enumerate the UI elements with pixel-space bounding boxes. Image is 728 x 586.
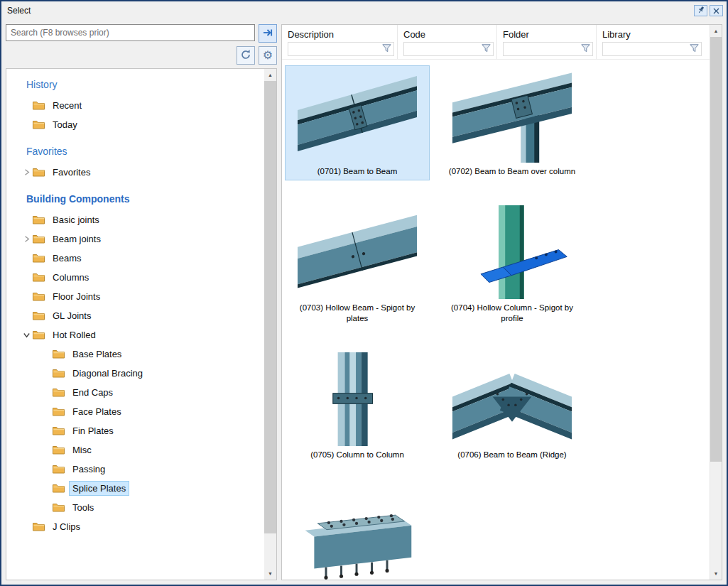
component-card[interactable]: (0705) Column to Column <box>285 349 430 464</box>
catalog-tree-pane: ⚙ HistoryRecentTodayFavoritesFavoritesBu… <box>6 24 277 580</box>
chevron-right-icon[interactable] <box>21 236 33 242</box>
scrollbar-track[interactable] <box>264 81 276 568</box>
column-header-label[interactable]: Code <box>403 28 494 40</box>
scroll-down-icon[interactable]: ▼ <box>710 568 722 580</box>
column-description: Description <box>282 25 398 59</box>
tree-item-label: Passing <box>70 462 108 476</box>
tree-item-label: Hot Rolled <box>50 328 99 342</box>
folder-icon <box>53 445 65 455</box>
filter-cell <box>602 42 702 56</box>
tree-item-base-plates[interactable]: Base Plates <box>21 344 264 364</box>
scroll-up-icon[interactable]: ▲ <box>264 69 276 81</box>
component-card[interactable]: (0703) Hollow Beam - Spigot by plates <box>285 202 430 327</box>
tree-item-floor-joints[interactable]: Floor Joints <box>21 287 264 306</box>
tree-item-beams[interactable]: Beams <box>21 249 264 268</box>
column-header-label[interactable]: Folder <box>503 28 593 40</box>
search-input[interactable] <box>6 24 255 41</box>
tree-scrollbar[interactable]: ▲ ▼ <box>264 69 276 580</box>
tree-item-label: GL Joints <box>50 309 94 322</box>
column-header-label[interactable]: Library <box>602 28 702 40</box>
scroll-down-icon[interactable]: ▼ <box>264 568 276 580</box>
tree-item-label: Splice Plates <box>70 482 129 495</box>
component-caption: (0704) Hollow Column - Spigot by profile <box>442 303 582 324</box>
column-header-label[interactable]: Description <box>288 28 394 40</box>
pushpin-icon <box>697 4 705 17</box>
chevron-down-icon[interactable] <box>21 332 33 338</box>
filter-icon[interactable] <box>690 43 699 55</box>
folder-icon <box>53 407 65 416</box>
tree-item-tools[interactable]: Tools <box>21 498 264 517</box>
scroll-up-icon[interactable]: ▲ <box>710 25 722 37</box>
folder-icon <box>33 215 45 224</box>
component-thumbnail <box>298 69 417 163</box>
titlebar-buttons <box>694 5 723 16</box>
close-button[interactable] <box>710 5 723 16</box>
tree-item-label: Beam joints <box>50 232 104 246</box>
settings-button[interactable]: ⚙ <box>259 46 277 65</box>
tree-item-hot-rolled[interactable]: Hot Rolled <box>21 325 264 344</box>
tree-item-label: J Clips <box>50 520 83 533</box>
tree-item-j-clips[interactable]: J Clips <box>21 517 264 536</box>
tree-item-favorites[interactable]: Favorites <box>21 163 264 182</box>
component-caption: (0706) Beam to Beam (Ridge) <box>457 450 566 460</box>
tree-item-beam-joints[interactable]: Beam joints <box>21 229 264 249</box>
folder-icon <box>33 168 45 177</box>
folder-icon <box>53 349 65 359</box>
select-dialog: Select ⚙ HistoryRecentTodayFavoritesFavo… <box>0 0 728 586</box>
tree-item-fin-plates[interactable]: Fin Plates <box>21 421 264 440</box>
component-card[interactable]: (0704) Hollow Column - Spigot by profile <box>440 202 585 327</box>
tree-item-passing[interactable]: Passing <box>21 460 264 479</box>
folder-icon <box>53 369 65 378</box>
folder-icon <box>33 311 45 320</box>
folder-icon <box>33 101 45 110</box>
folder-icon <box>33 234 45 244</box>
tree-item-diagonal-bracing[interactable]: Diagonal Bracing <box>21 364 264 383</box>
tree-item-gl-joints[interactable]: GL Joints <box>21 306 264 325</box>
scrollbar-thumb[interactable] <box>264 81 276 533</box>
filter-icon[interactable] <box>581 43 590 55</box>
refresh-button[interactable] <box>237 46 255 65</box>
titlebar: Select <box>1 1 727 20</box>
tree-item-label: Favorites <box>50 166 93 179</box>
chevron-right-icon[interactable] <box>21 169 33 175</box>
pin-button[interactable] <box>694 5 707 16</box>
search-go-button[interactable] <box>259 24 277 43</box>
tree-item-label: Today <box>50 118 80 131</box>
folder-icon <box>53 465 65 474</box>
gallery-scrollbar[interactable]: ▲ ▼ <box>710 25 722 580</box>
tree-item-misc[interactable]: Misc <box>21 440 264 460</box>
component-card[interactable]: (0706) Beam to Beam (Ridge) <box>440 349 585 464</box>
component-card[interactable]: (0701) Beam to Beam <box>285 65 430 180</box>
folder-tree: HistoryRecentTodayFavoritesFavoritesBuil… <box>6 69 264 580</box>
refresh-icon <box>240 49 251 63</box>
dialog-body: ⚙ HistoryRecentTodayFavoritesFavoritesBu… <box>1 20 727 585</box>
tree-item-label: Diagonal Bracing <box>70 367 146 380</box>
component-card[interactable] <box>285 485 430 580</box>
component-gallery: (0701) Beam to Beam(0702) Beam to Beam o… <box>282 60 722 580</box>
tree-item-recent[interactable]: Recent <box>21 96 264 115</box>
component-caption: (0702) Beam to Beam over column <box>449 166 575 177</box>
component-caption: (0701) Beam to Beam <box>317 166 398 177</box>
tree-item-face-plates[interactable]: Face Plates <box>21 402 264 421</box>
filter-icon[interactable] <box>482 43 491 55</box>
folder-icon <box>33 522 45 531</box>
column-folder: Folder <box>497 25 597 59</box>
tree-item-splice-plates[interactable]: Splice Plates <box>21 479 264 498</box>
scrollbar-track[interactable] <box>710 37 722 568</box>
tree-item-end-caps[interactable]: End Caps <box>21 383 264 402</box>
tree-item-today[interactable]: Today <box>21 115 264 134</box>
tree-item-label: Base Plates <box>70 347 124 361</box>
component-card[interactable]: (0702) Beam to Beam over column <box>440 65 585 180</box>
component-thumbnail <box>452 69 572 163</box>
folder-icon <box>53 503 65 512</box>
folder-icon <box>33 273 45 282</box>
filter-icon[interactable] <box>382 43 391 55</box>
tree-section-history: History <box>26 79 264 90</box>
gear-icon: ⚙ <box>263 50 273 61</box>
component-thumbnail <box>298 352 417 446</box>
tree-item-basic-joints[interactable]: Basic joints <box>21 210 264 229</box>
tree-item-label: Tools <box>70 501 97 514</box>
tree-item-columns[interactable]: Columns <box>21 268 264 287</box>
search-row <box>6 24 277 43</box>
scrollbar-thumb[interactable] <box>710 37 722 462</box>
